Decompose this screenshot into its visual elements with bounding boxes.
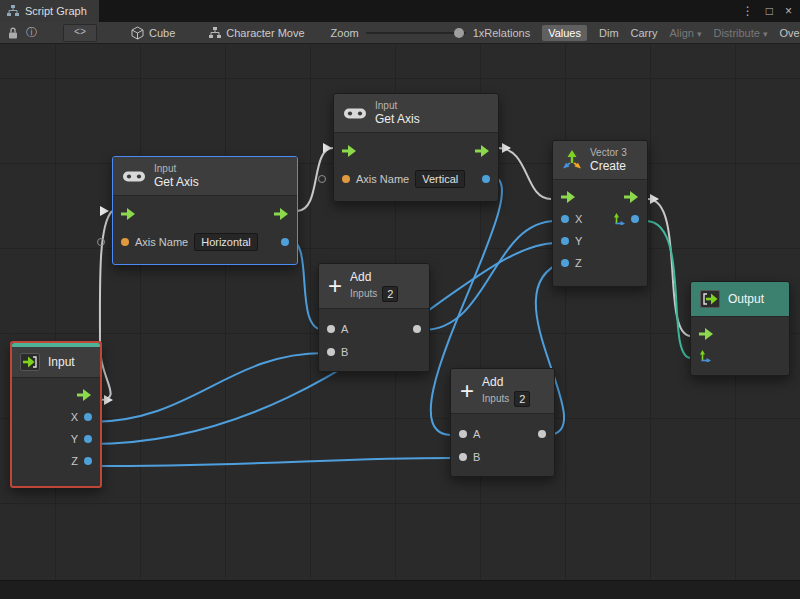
graph-asset-icon	[209, 27, 221, 39]
vector-axis-icon[interactable]	[699, 350, 711, 362]
code-view-icon[interactable]: <>	[63, 24, 97, 42]
tab-title: Script Graph	[25, 5, 87, 17]
input-icon	[20, 353, 40, 371]
flow-out-port[interactable]	[77, 389, 92, 401]
node-title: Input	[48, 355, 75, 369]
flow-in-port[interactable]	[121, 208, 136, 220]
flow-out-port[interactable]	[274, 208, 289, 220]
axis-name-field[interactable]: Vertical	[415, 170, 465, 188]
data-wire-inputz-to-add2-b[interactable]	[91, 458, 452, 466]
inputs-count-field[interactable]: 2	[382, 286, 398, 302]
node-header[interactable]: Input Get Axis	[113, 157, 297, 196]
wire-arrowhead	[323, 143, 332, 153]
node-header[interactable]: Input	[12, 347, 100, 378]
node-add-upper[interactable]: + Add Inputs 2 A B	[318, 263, 430, 372]
close-icon[interactable]: ×	[785, 4, 792, 18]
flow-in-port[interactable]	[699, 328, 714, 340]
flow-wire-create-to-output[interactable]	[648, 199, 691, 336]
data-wire-create-to-output[interactable]	[646, 221, 691, 358]
status-bar	[0, 580, 800, 599]
chevron-down-icon: ▾	[763, 29, 768, 39]
node-header[interactable]: Vector 3 Create	[553, 141, 647, 180]
node-header[interactable]: Output	[691, 282, 789, 317]
node-input[interactable]: Input X Y Z	[10, 341, 102, 488]
dim-toggle[interactable]: Dim	[599, 27, 619, 39]
zoom-control: Zoom 1x	[331, 27, 485, 39]
input-port-a[interactable]	[327, 325, 335, 333]
character-move-label: Character Move	[226, 27, 304, 39]
flow-out-port[interactable]	[475, 145, 490, 157]
zoom-value: 1x	[473, 27, 485, 39]
inputs-count-field[interactable]: 2	[514, 391, 530, 407]
vector3-icon	[562, 150, 582, 170]
toolbar-toggles: Relations Values Dim Carry Align▾ Distri…	[484, 25, 800, 41]
node-title: Add	[482, 375, 530, 389]
node-add-lower[interactable]: + Add Inputs 2 A B	[450, 368, 555, 477]
inputs-label: Inputs	[482, 393, 509, 405]
flow-out-port[interactable]	[624, 191, 639, 203]
relations-toggle[interactable]: Relations	[484, 27, 530, 39]
input-port-b[interactable]	[327, 348, 335, 356]
zoom-slider-track	[366, 32, 466, 34]
output-port-x[interactable]	[84, 413, 92, 421]
port-b-label: B	[473, 451, 480, 463]
node-title: Get Axis	[375, 112, 420, 126]
param-label: Axis Name	[356, 173, 409, 185]
distribute-menu[interactable]: Distribute▾	[713, 27, 767, 39]
port-b-label: B	[341, 346, 348, 358]
port-z-label: Z	[575, 257, 582, 269]
flow-wire-horizontal-to-vertical[interactable]	[297, 148, 333, 211]
align-menu[interactable]: Align▾	[669, 27, 701, 39]
port-row-z: Z	[12, 450, 100, 472]
node-header[interactable]: Input Get Axis	[334, 94, 498, 133]
port-row-b: B	[451, 445, 554, 468]
output-port-y[interactable]	[84, 435, 92, 443]
node-header[interactable]: + Add Inputs 2	[319, 264, 429, 309]
port-row-z: Z	[553, 252, 647, 274]
menu-icon[interactable]: ⋮	[742, 4, 754, 18]
axis-name-field[interactable]: Horizontal	[194, 233, 258, 251]
node-header[interactable]: + Add Inputs 2	[451, 369, 554, 414]
input-port-z[interactable]	[561, 259, 569, 267]
node-vector3-create[interactable]: Vector 3 Create X	[552, 140, 648, 287]
string-input-port[interactable]	[121, 238, 129, 246]
wire-arrowhead	[100, 206, 109, 216]
character-move-button[interactable]: Character Move	[209, 27, 304, 39]
vector-output-port[interactable]	[631, 215, 639, 223]
float-output-port[interactable]	[281, 238, 289, 246]
port-row-y: Y	[553, 230, 647, 252]
zoom-slider[interactable]	[366, 27, 466, 39]
string-input-port[interactable]	[342, 175, 350, 183]
carry-toggle[interactable]: Carry	[631, 27, 658, 39]
node-get-axis-vertical[interactable]: Input Get Axis Axis Name Vertical	[333, 93, 499, 202]
sum-output-port[interactable]	[538, 430, 546, 438]
flow-in-port[interactable]	[342, 145, 357, 157]
zoom-label: Zoom	[331, 27, 359, 39]
port-x-label: X	[575, 213, 582, 225]
port-y-label: Y	[71, 433, 78, 445]
input-port-y[interactable]	[561, 237, 569, 245]
values-toggle[interactable]: Values	[542, 25, 587, 41]
node-output[interactable]: Output	[690, 281, 790, 376]
output-port-z[interactable]	[84, 457, 92, 465]
graph-toolbar: ⓘ <> Cube Character Move Zoom 1x	[0, 22, 800, 44]
input-port-a[interactable]	[459, 430, 467, 438]
flow-wire-vertical-to-create[interactable]	[498, 148, 551, 199]
node-get-axis-horizontal[interactable]: Input Get Axis Axis Name Horizontal	[112, 156, 298, 265]
input-port-b[interactable]	[459, 453, 467, 461]
flow-in-port[interactable]	[561, 191, 576, 203]
node-title: Add	[350, 270, 398, 284]
overview-button[interactable]: Overv	[779, 27, 800, 39]
zoom-slider-thumb[interactable]	[454, 28, 464, 38]
lock-icon[interactable]	[4, 24, 22, 42]
node-category: Vector 3	[590, 147, 627, 159]
tab-script-graph[interactable]: Script Graph	[0, 0, 99, 22]
info-icon[interactable]: ⓘ	[22, 24, 41, 42]
float-output-port[interactable]	[482, 175, 490, 183]
maximize-icon[interactable]: □	[766, 4, 773, 18]
input-port-x[interactable]	[561, 215, 569, 223]
window-buttons: ⋮ □ ×	[742, 0, 800, 22]
cube-context-button[interactable]: Cube	[131, 26, 175, 40]
sum-output-port[interactable]	[413, 325, 421, 333]
data-wire-inputx-to-add-b[interactable]	[91, 353, 324, 422]
